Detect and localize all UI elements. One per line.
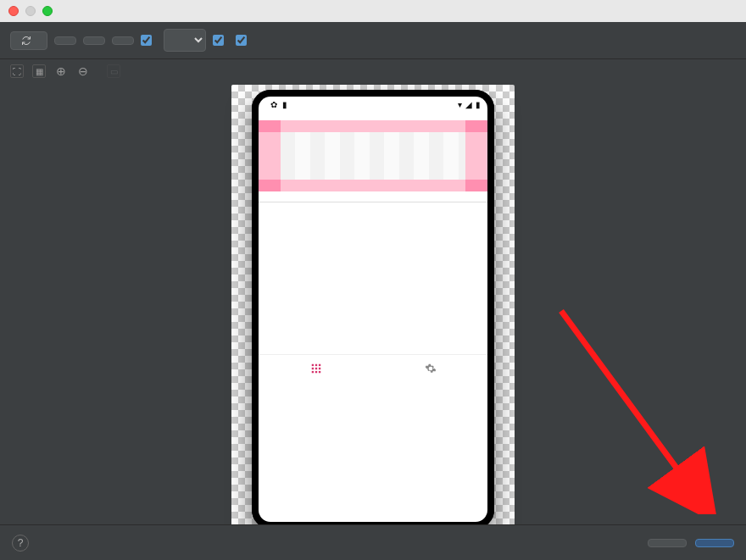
window-controls [0,6,53,16]
card-icon: ▮ [282,100,287,109]
android-status-bar: ✿ ▮ ▾ ◢ ▮ [259,97,487,112]
signal-icon: ◢ [465,100,472,109]
phone-screen: ✿ ▮ ▾ ◢ ▮ [259,97,487,522]
svg-rect-1 [315,363,316,365]
device-select[interactable] [164,29,206,52]
toolbar [0,22,746,59]
svg-rect-2 [318,363,320,365]
tab-matrix[interactable] [259,355,373,383]
zoom-out-icon[interactable]: ⊖ [76,64,90,78]
wifi-icon: ▾ [458,100,462,109]
tone-matrix [259,120,487,191]
zoom-fit-icon[interactable]: ⛶ [10,64,24,78]
zoom-in-icon[interactable]: ⊕ [54,64,68,78]
app-title [259,112,487,120]
grid-icon [310,363,322,374]
help-button[interactable]: ? [12,535,29,552]
gear-icon: ✿ [270,100,277,109]
preview-wrap: ✿ ▮ ▾ ◢ ▮ [231,85,515,524]
frame-checkbox-input[interactable] [141,35,152,46]
shadow-checkbox-input[interactable] [213,35,224,46]
rotate-right-button[interactable] [83,36,105,45]
svg-rect-7 [315,370,316,372]
bottom-nav [259,354,487,383]
copy-clipboard-button[interactable] [112,36,134,45]
matrix-corner-tl [259,120,281,132]
svg-rect-6 [311,370,313,372]
recapture-button[interactable] [10,31,47,50]
annotation-arrow [544,302,722,514]
svg-rect-3 [311,367,313,369]
svg-rect-8 [318,370,320,372]
rotate-left-button[interactable] [54,36,76,45]
close-icon[interactable] [8,6,19,16]
minimize-icon [25,6,36,16]
glare-checkbox[interactable] [236,35,252,46]
matrix-corner-tr [465,120,487,132]
note-chip-row [259,191,487,202]
glare-checkbox-input[interactable] [236,35,247,46]
window-title-bar [0,0,746,22]
phone-frame: ✿ ▮ ▾ ◢ ▮ [252,90,494,524]
maximize-icon[interactable] [42,6,53,16]
save-button[interactable] [695,539,734,547]
gear-icon [425,363,437,374]
matrix-corner-br [465,180,487,191]
svg-rect-0 [311,363,313,365]
preview-canvas: ✿ ▮ ▾ ◢ ▮ [0,83,746,524]
shadow-checkbox[interactable] [213,35,229,46]
piano [259,202,487,354]
tab-settings[interactable] [373,355,487,383]
zoom-bar: ⛶ ▦ ⊕ ⊖ ▭ [0,59,746,83]
svg-line-9 [561,311,697,496]
dialog-footer: ? [0,524,746,560]
svg-rect-5 [318,367,320,369]
extra-icon: ▭ [107,64,120,78]
battery-icon: ▮ [476,100,481,109]
svg-rect-4 [315,367,316,369]
grid-icon[interactable]: ▦ [32,64,46,78]
cancel-button[interactable] [648,539,687,547]
matrix-empty-grid [281,132,465,180]
matrix-empty-right [465,132,487,180]
frame-checkbox[interactable] [141,35,157,46]
matrix-empty-left [259,132,281,180]
matrix-corner-bl [259,180,281,191]
